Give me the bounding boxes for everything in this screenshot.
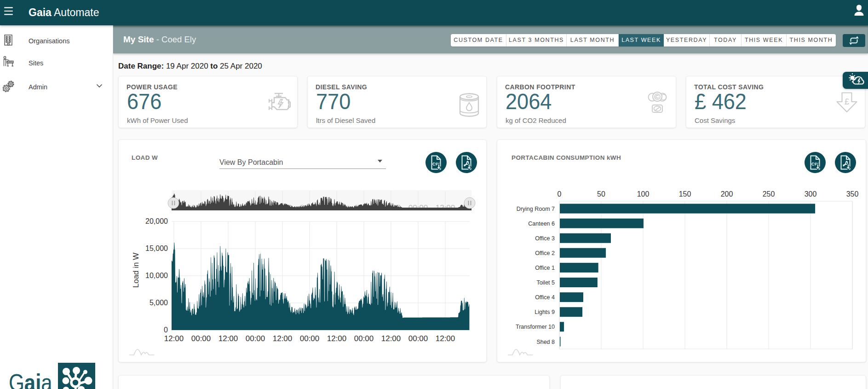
svg-text:Gaia: Gaia <box>9 369 52 389</box>
svg-text:£: £ <box>845 97 849 106</box>
